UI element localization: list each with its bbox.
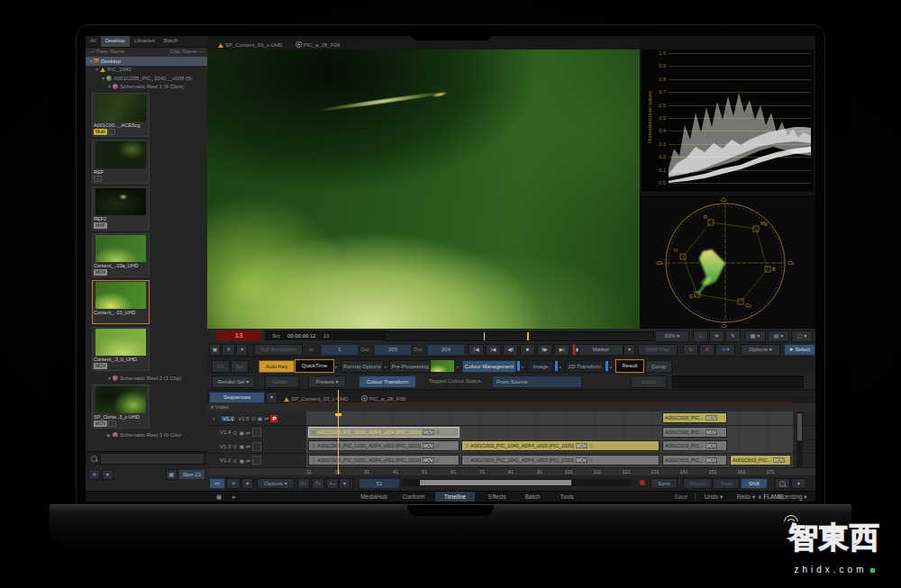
presets-dropdown[interactable]: Presets ▾	[308, 375, 346, 388]
clip-thumbnail[interactable]: Content_..03a_UHDMOV	[92, 233, 150, 277]
chevron-down-icon[interactable]: ▾	[241, 478, 253, 489]
colour-management-node[interactable]: Colour Management	[462, 360, 516, 373]
ram-play-button[interactable]: RAM Play	[638, 344, 678, 356]
timeline-clip[interactable]: A001C003_PIC...MOV	[730, 455, 791, 466]
sync-link-icon[interactable]: ⇄	[246, 457, 250, 464]
import-button[interactable]: Import	[631, 375, 667, 388]
pen-tool-button[interactable]: ✎	[725, 330, 741, 342]
next-frame-button[interactable]: ▶|	[554, 344, 569, 356]
add-v-track-button[interactable]: V+	[297, 478, 310, 489]
timeline-clip[interactable]: 0A001C003_PIC_1040_ADF4_v002 [PIC_1020]M…	[461, 455, 660, 466]
tree-item[interactable]: ▼PIC_1040	[86, 66, 207, 75]
marker-dropdown[interactable]: ▾	[623, 344, 635, 356]
timeline-clip[interactable]: 0A001C003_PIC_1030_ADF4_v004 [PIC_1010]M…	[308, 427, 460, 438]
home-view-button[interactable]: ⌂	[693, 330, 708, 342]
tree-item[interactable]: ▼Schematic Reel 1 (6 Clips)	[86, 83, 207, 92]
thumbnail-size-control[interactable]: Size 23	[179, 470, 205, 479]
pointer-icon[interactable]: ▸	[228, 492, 241, 502]
timeline-zoom-field[interactable]: 51	[359, 478, 400, 489]
colour-transform-button[interactable]: Colour Transform	[359, 375, 416, 388]
grid-icon[interactable]: ▦	[212, 492, 226, 502]
pan-tool-button[interactable]: ✛	[709, 330, 724, 342]
zoom-tool-icon[interactable]	[775, 478, 790, 489]
timeline-clip[interactable]: 0A001C003_PIC_1030_ADF4_v002 [PIC_1010]M…	[308, 455, 460, 466]
lock-toggle[interactable]: ▣	[209, 344, 221, 356]
timeline-clip[interactable]: A001C003_PIC...MOV	[662, 427, 727, 438]
transform-2d-node[interactable]: 2D Transform	[565, 360, 605, 373]
menu-mediahub[interactable]: MediaHub	[356, 492, 392, 502]
media-tab-libraries[interactable]: Libraries	[130, 36, 159, 47]
auto-key-button[interactable]: Auto Key	[259, 360, 295, 373]
track-lane[interactable]: 0A001C003_PIC_1030_ADF4_v003 [PIC_1010]M…	[306, 439, 793, 453]
grid-option-button-1[interactable]: ▦ ▾	[744, 330, 766, 342]
sync-link-icon[interactable]: ⇄	[264, 415, 268, 421]
clip-thumbnail[interactable]: REF⌗	[92, 140, 150, 184]
out-field[interactable]: 205	[374, 344, 412, 356]
curves-icon[interactable]: ∿	[683, 344, 698, 356]
chevron-down-icon[interactable]: ▾	[102, 469, 114, 480]
jump-start-button[interactable]: [◀	[469, 344, 484, 356]
chevron-down-icon[interactable]: ▾	[213, 416, 218, 421]
lock-icon[interactable]: ▣	[239, 430, 244, 436]
search-input[interactable]	[100, 453, 205, 465]
timeline-clip[interactable]: A001C003_PIC...MOV	[662, 412, 727, 423]
patch-flag-empty[interactable]: x	[252, 428, 261, 437]
tree-item[interactable]: ▶Schematic Reel 3 (0 Clip)	[86, 431, 207, 438]
timeline-horizontal-scrollbar[interactable]	[402, 479, 632, 486]
sel-button[interactable]: Sel	[231, 360, 249, 373]
lock-icon[interactable]: ▣	[239, 443, 244, 449]
waveform-scope[interactable]: Normalized pixel values 1.00.90.80.70.60…	[642, 50, 814, 192]
chevron-down-icon[interactable]: ▾	[236, 344, 248, 356]
menu-tools[interactable]: Tools	[552, 492, 581, 502]
clip-thumbnail[interactable]: A001C00..._ACEScgMulti⌗	[92, 93, 150, 137]
tree-item[interactable]: ▼A001C005_PIC_1040__v008 (5)	[86, 74, 207, 83]
track-lane[interactable]: 0A001C003_PIC_1030_ADF4_v004 [PIC_1010]M…	[306, 426, 793, 439]
quicktime-node[interactable]: QuickTime	[295, 359, 334, 373]
sequence-tab[interactable]: PIC_a_28_F09	[296, 41, 340, 50]
vectorscope[interactable]: R Mg B Cy G Yl -Cr Cr -Cb Cb	[640, 195, 815, 329]
tree-item[interactable]: ▼Desktop	[86, 57, 207, 66]
grid-option-button-2[interactable]: ▤ ▾	[768, 330, 789, 342]
gear-icon[interactable]: ✳	[222, 344, 235, 356]
resolution-button[interactable]: Full Resolution	[254, 344, 303, 356]
sync-toggle[interactable]: Sync	[651, 478, 678, 489]
patch-flag[interactable]: P	[270, 415, 278, 422]
fx-button[interactable]: FX	[212, 360, 230, 373]
snap-toggle[interactable]: Snap	[713, 478, 740, 489]
undo-button[interactable]: Undo ▾	[698, 492, 729, 502]
comp-button[interactable]: Comp	[645, 360, 672, 373]
clip-thumbnail[interactable]: Content_.3_b_UHDMOV	[92, 327, 150, 371]
primary-track-selector[interactable]: V1.1	[220, 415, 236, 422]
visibility-eye-icon[interactable]: ⊙	[232, 457, 237, 464]
track-header[interactable]: ▾V1.1V1.5⊙▣⇄P	[207, 412, 306, 425]
lock-icon[interactable]: ▣	[239, 457, 244, 464]
options-dropdown[interactable]: Options ▾	[741, 344, 780, 356]
menu-effects[interactable]: Effects	[482, 492, 513, 502]
track-header[interactable]: V1.4⊙▣⇄x	[207, 426, 306, 439]
ripple-toggle[interactable]: Ripple	[683, 478, 712, 489]
play-forward-button[interactable]: ‖▶	[537, 344, 552, 356]
patch-flag-empty[interactable]: x	[252, 442, 261, 451]
marker-button[interactable]: Marker	[578, 344, 623, 356]
visibility-eye-icon[interactable]: ⊙	[232, 430, 237, 436]
in-field[interactable]: 1	[321, 344, 359, 356]
scrubber-playhead[interactable]	[527, 332, 529, 340]
grid-option-button-3[interactable]: ▢ ▾	[791, 330, 813, 342]
chevron-down-icon[interactable]: ▾	[339, 478, 350, 489]
sync-link-icon[interactable]: ⇄	[246, 443, 250, 449]
chevron-down-icon[interactable]: ▾	[791, 478, 806, 489]
timeline-options-dropdown[interactable]: Options ▾	[257, 478, 295, 489]
timeline-playhead[interactable]	[338, 390, 339, 475]
chevron-down-icon[interactable]: ▾	[799, 492, 812, 502]
visibility-eye-icon[interactable]: ⊙	[251, 415, 256, 421]
sync-link-icon[interactable]: ⇄	[246, 430, 250, 436]
monitor-icon[interactable]: ▭	[209, 478, 225, 489]
timeline-clip[interactable]: 0A001C003_PIC_1030_ADF4_v003 [PIC_1010]M…	[308, 440, 460, 451]
menu-conform[interactable]: Conform	[396, 492, 431, 502]
import-path-field[interactable]	[672, 375, 804, 388]
render-sel-dropdown[interactable]: Render Sel ▾	[212, 375, 255, 388]
preview-thumbnail[interactable]	[431, 360, 454, 372]
track-lane[interactable]: A001C003_PIC...MOV	[306, 412, 793, 425]
save-button[interactable]: Save	[669, 492, 693, 502]
viewer-image[interactable]	[207, 50, 640, 329]
